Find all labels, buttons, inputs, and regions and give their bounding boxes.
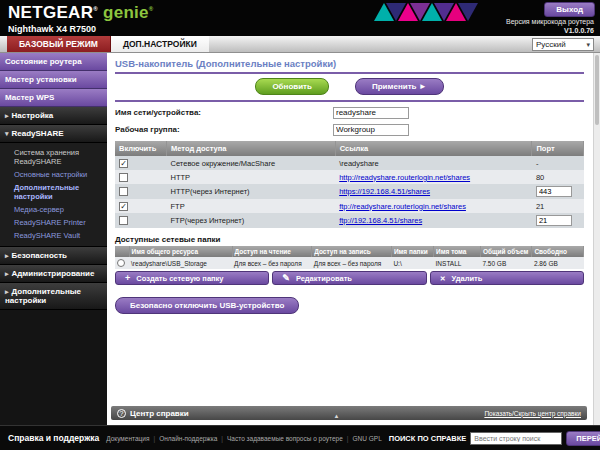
col-enable: Включить <box>115 141 167 156</box>
safely-remove-usb-button[interactable]: Безопасно отключить USB-устройство <box>115 297 299 314</box>
share-path: \readyshare <box>335 156 532 170</box>
sidebar-item-media-server[interactable]: Медиа-сервер <box>13 203 105 216</box>
sidebar-item-basic-settings[interactable]: Основные настройки <box>13 168 105 181</box>
help-search-go-button[interactable]: ПЕРЕЙТИ <box>566 431 600 446</box>
access-method: FTP <box>167 199 336 213</box>
enable-checkbox[interactable] <box>119 202 128 211</box>
help-search-input[interactable] <box>470 432 562 445</box>
support-title: Справка и поддержка <box>8 433 99 443</box>
create-folder-button[interactable]: Создать сетевую папку <box>115 271 269 285</box>
delete-folder-button[interactable]: Удалить <box>430 271 584 285</box>
device-name-row: Имя сети/устройства: <box>115 104 584 121</box>
sidebar-item-readyshare-printer[interactable]: ReadySHARE Printer <box>13 216 105 229</box>
sidebar-item-readyshare-vault[interactable]: ReadySHARE Vault <box>13 229 105 242</box>
enable-checkbox[interactable] <box>119 216 128 225</box>
collapse-arrow-icon[interactable] <box>334 404 340 421</box>
port-value: 80 <box>532 170 584 184</box>
access-method: Сетевое окружение/MacShare <box>167 156 336 170</box>
network-folders-table: Имя общего ресурса Доступ на чтение Дост… <box>115 246 584 269</box>
workgroup-label: Рабочая группа: <box>115 125 180 134</box>
port-value: - <box>532 156 584 170</box>
help-search: ПОИСК ПО СПРАВКЕ ПЕРЕЙТИ <box>389 431 600 446</box>
volume-name: INSTALL <box>434 257 481 269</box>
footer-link-gnu-gpl[interactable]: GNU GPL <box>352 435 381 442</box>
enable-checkbox[interactable] <box>119 173 128 182</box>
sidebar-group-advanced[interactable]: Дополнительные настройки <box>0 283 107 310</box>
table-header-row: Имя общего ресурса Доступ на чтение Дост… <box>115 246 584 257</box>
language-select[interactable]: Русский <box>532 38 594 51</box>
sidebar: Состояние роутера Мастер установки Масте… <box>0 53 107 425</box>
footer-link-faq[interactable]: Часто задаваемые вопросы о роутере <box>227 435 343 442</box>
logout-button[interactable]: Выход <box>544 2 595 17</box>
share-link[interactable]: http://readyshare.routerlogin.net/shares <box>339 173 470 182</box>
table-row: FTP ftp://readyshare.routerlogin.net/sha… <box>115 199 584 213</box>
access-methods-table: Включить Метод доступа Ссылка Порт Сетев… <box>115 141 584 228</box>
sidebar-item-advanced-settings[interactable]: Дополнительные настройки <box>13 181 105 203</box>
mode-tabbar: БАЗОВЫЙ РЕЖИМ ДОП.НАСТРОЙКИ Русский <box>0 36 600 53</box>
table-header-row: Включить Метод доступа Ссылка Порт <box>115 141 584 156</box>
device-name-label: Имя сети/устройства: <box>115 108 201 117</box>
port-value: 21 <box>532 199 584 213</box>
content-scrollbar[interactable] <box>593 53 600 425</box>
sidebar-group-security[interactable]: Безопасность <box>0 247 107 265</box>
device-name-field[interactable] <box>333 107 409 119</box>
share-link[interactable]: https://192.168.4.51/shares <box>339 187 430 196</box>
help-toggle-link[interactable]: Показать/Скрыть центр справки <box>484 410 581 417</box>
workgroup-row: Рабочая группа: <box>115 121 584 138</box>
access-method: HTTP(через Интернет) <box>167 184 336 199</box>
question-icon: ? <box>117 409 126 418</box>
col-port: Порт <box>532 141 584 156</box>
col-method: Метод доступа <box>167 141 336 156</box>
apply-button[interactable]: Применить ► <box>355 78 444 95</box>
sidebar-group-administration[interactable]: Администрирование <box>0 265 107 283</box>
footer-links: Документация | Онлайн-поддержка | Часто … <box>106 435 382 442</box>
port-field[interactable] <box>536 186 572 197</box>
divider <box>115 100 584 102</box>
sidebar-item-readyshare-storage[interactable]: Система хранения ReadySHARE <box>13 146 105 168</box>
enable-checkbox[interactable] <box>119 187 128 196</box>
divider <box>115 72 584 74</box>
firmware-version: Версия микрокода роутера V1.0.0.76 <box>506 17 594 35</box>
sidebar-group-setup[interactable]: Настройка <box>0 107 107 125</box>
edit-folder-button[interactable]: Редактировать <box>272 271 426 285</box>
share-link[interactable]: ftp://192.168.4.51/shares <box>339 216 422 225</box>
router-admin-page: NETGEAR®genie® Выход Версия микрокода ро… <box>0 0 600 450</box>
folder-name: U:\ <box>391 257 433 269</box>
table-row: HTTP http://readyshare.routerlogin.net/s… <box>115 170 584 184</box>
footer-link-documentation[interactable]: Документация <box>106 435 149 442</box>
col-read-access: Доступ на чтение <box>232 246 312 257</box>
refresh-button[interactable]: Обновить <box>255 78 329 95</box>
sidebar-item-router-status[interactable]: Состояние роутера <box>0 53 107 71</box>
sidebar-filler <box>0 310 107 425</box>
netgear-wordmark: NETGEAR <box>8 3 93 22</box>
sidebar-item-setup-wizard[interactable]: Мастер установки <box>0 71 107 89</box>
footer-link-online-support[interactable]: Онлайн-поддержка <box>159 435 217 442</box>
sidebar-item-wps-wizard[interactable]: Мастер WPS <box>0 89 107 107</box>
col-total-space: Общий объем <box>480 246 532 257</box>
folder-radio[interactable] <box>117 259 125 267</box>
access-method: FTP(через Интернет) <box>167 213 336 228</box>
enable-checkbox[interactable] <box>119 159 128 168</box>
col-free-space: Свободно <box>532 246 584 257</box>
main-content: USB-накопитель (Дополнительные настройки… <box>107 53 600 425</box>
scrollbar-thumb[interactable] <box>595 55 599 125</box>
x-icon <box>440 274 446 283</box>
share-link[interactable]: ftp://readyshare.routerlogin.net/shares <box>339 202 466 211</box>
col-folder-name: Имя папки <box>391 246 433 257</box>
triangles-decoration-icon <box>374 0 478 26</box>
network-folders-title: Доступные сетевые папки <box>115 235 584 244</box>
reg-mark: ® <box>93 6 98 12</box>
workgroup-field[interactable] <box>333 124 409 136</box>
col-select <box>115 246 129 257</box>
tab-basic-mode[interactable]: БАЗОВЫЙ РЕЖИМ <box>7 36 111 52</box>
chevron-down-icon <box>586 40 590 49</box>
readyshare-submenu: Система хранения ReadySHARE Основные нас… <box>0 143 107 247</box>
table-row: HTTP(через Интернет) https://192.168.4.5… <box>115 184 584 199</box>
port-field[interactable] <box>536 215 572 226</box>
col-share-name: Имя общего ресурса <box>129 246 232 257</box>
brand-logo: NETGEAR®genie® <box>8 3 154 23</box>
col-write-access: Доступ на запись <box>312 246 392 257</box>
sidebar-group-readyshare[interactable]: ReadySHARE <box>0 125 107 143</box>
model-name: Nighthawk X4 R7500 <box>8 24 96 34</box>
tab-advanced-settings[interactable]: ДОП.НАСТРОЙКИ <box>111 36 209 52</box>
